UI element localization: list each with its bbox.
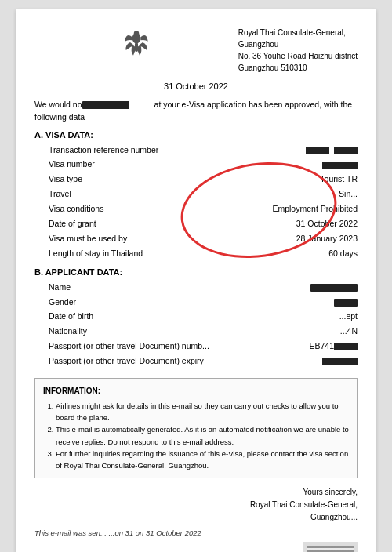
list-item: Travel Sin... bbox=[49, 187, 358, 202]
list-item: Passport (or other travel Document) numb… bbox=[49, 339, 358, 354]
svg-point-2 bbox=[134, 31, 138, 34]
sign-line-3: Guangzhou... bbox=[34, 511, 358, 524]
list-item: Nationality ...4N bbox=[49, 324, 358, 339]
redacted-txn-2 bbox=[334, 147, 358, 154]
info-item-3: For further inquiries regarding the issu… bbox=[56, 448, 349, 471]
redacted-expiry bbox=[322, 358, 358, 365]
list-item: Visa type Tourist TR bbox=[49, 172, 358, 187]
visa-data-list: Transaction reference number Visa number… bbox=[34, 143, 358, 261]
redacted-gender bbox=[334, 299, 358, 307]
document-date: 31 October 2022 bbox=[34, 82, 358, 91]
redacted-passport bbox=[334, 343, 358, 350]
list-item: Visa number bbox=[49, 157, 358, 172]
consulate-address: Royal Thai Consulate-General, Guangzhou … bbox=[238, 25, 358, 74]
redacted-name bbox=[310, 284, 358, 292]
list-item: Date of birth ...ept bbox=[49, 309, 358, 324]
list-item: Length of stay in Thailand 60 days bbox=[49, 246, 358, 261]
information-box: INFORMATION: Airlines might ask for deta… bbox=[34, 378, 358, 478]
intro-text: We would no at your e-Visa application h… bbox=[34, 99, 358, 124]
sign-line-1: Yours sincerely, bbox=[34, 486, 358, 499]
qr-code bbox=[303, 542, 358, 552]
svg-rect-3 bbox=[135, 42, 138, 52]
info-list: Airlines might ask for details in this e… bbox=[43, 400, 349, 471]
list-item: Name bbox=[49, 280, 358, 295]
garuda-icon bbox=[121, 27, 152, 58]
list-item: Visa must be used by 28 January 2023 bbox=[49, 231, 358, 246]
section-a-title: A. VISA DATA: bbox=[34, 130, 358, 140]
email-text: This e-mail was sen... ...on 31 on 31 Oc… bbox=[34, 528, 201, 537]
sign-line-2: Royal Thai Consulate-General, bbox=[34, 499, 358, 511]
list-item: Date of grant 31 October 2022 bbox=[49, 216, 358, 231]
info-item-2: This e-mail is automatically generated. … bbox=[56, 423, 349, 447]
redacted-txn-1 bbox=[306, 147, 329, 154]
signature-block: Yours sincerely, Royal Thai Consulate-Ge… bbox=[34, 486, 358, 524]
applicant-data-list: Name Gender Date of birth ...ept Nationa… bbox=[34, 280, 358, 369]
qr-inner bbox=[307, 546, 354, 552]
visa-document: Royal Thai Consulate-General, Guangzhou … bbox=[16, 9, 376, 552]
info-title: INFORMATION: bbox=[43, 385, 349, 398]
redacted-visa-num bbox=[322, 162, 358, 169]
redacted-intro-1 bbox=[82, 101, 129, 109]
list-item: Gender bbox=[49, 295, 358, 310]
header-center bbox=[34, 25, 238, 60]
list-item: Transaction reference number bbox=[49, 143, 358, 158]
section-b-title: B. APPLICANT DATA: bbox=[34, 267, 358, 277]
document-header: Royal Thai Consulate-General, Guangzhou … bbox=[34, 25, 358, 74]
list-item: Visa conditions Employment Prohibited bbox=[49, 202, 358, 216]
footer-bottom: 74AG1TOFE10997333 9 ...2Sq= bbox=[34, 542, 358, 552]
thai-emblem bbox=[117, 25, 156, 60]
list-item: Passport (or other travel Document) expi… bbox=[49, 354, 358, 369]
footer-email-line: This e-mail was sen... ...on 31 on 31 Oc… bbox=[34, 528, 358, 537]
info-item-1: Airlines might ask for details in this e… bbox=[56, 400, 349, 423]
